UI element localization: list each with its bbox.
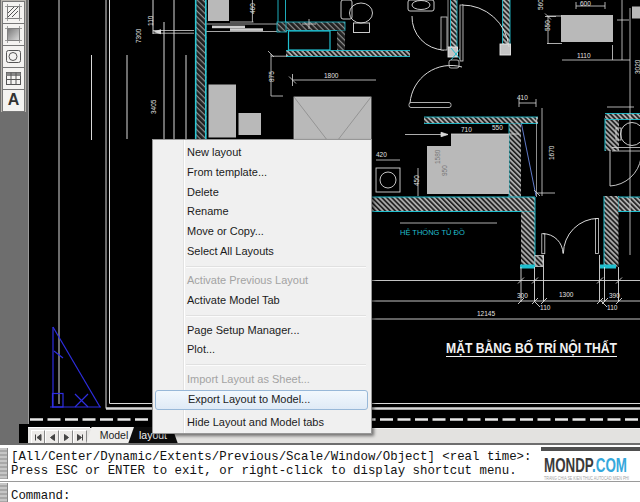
svg-text:950: 950	[441, 165, 448, 176]
svg-text:HỆ THỐNG TỦ ĐỒ: HỆ THỐNG TỦ ĐỒ	[400, 227, 465, 237]
svg-text:460: 460	[249, 3, 256, 14]
svg-text:1300: 1300	[559, 291, 574, 298]
svg-text:410: 410	[517, 94, 528, 101]
svg-text:MONDP.COM: MONDP.COM	[544, 453, 627, 476]
svg-text:1110: 1110	[577, 52, 591, 59]
svg-text:420: 420	[376, 151, 387, 158]
svg-text:600: 600	[580, 0, 591, 7]
svg-text:110: 110	[147, 15, 154, 26]
svg-text:MẶT BẰNG BỐ TRÍ NỘI THẤT: MẶT BẰNG BỐ TRÍ NỘI THẤT	[446, 339, 617, 356]
svg-text:550: 550	[544, 20, 551, 31]
svg-text:300: 300	[517, 292, 528, 299]
svg-text:875: 875	[268, 71, 275, 82]
svg-text:12145: 12145	[477, 310, 495, 317]
svg-text:110: 110	[540, 304, 551, 311]
svg-text:7300: 7300	[135, 28, 142, 43]
svg-text:450: 450	[413, 175, 420, 186]
svg-text:550: 550	[492, 124, 503, 131]
svg-text:1800: 1800	[324, 72, 339, 79]
svg-text:3405: 3405	[150, 99, 157, 114]
svg-text:390: 390	[609, 292, 620, 299]
svg-text:710: 710	[461, 126, 472, 133]
svg-text:560: 560	[537, 0, 544, 10]
svg-text:1580: 1580	[434, 149, 441, 164]
svg-text:3020: 3020	[634, 59, 640, 74]
svg-text:1670: 1670	[548, 145, 555, 160]
svg-text:110: 110	[607, 304, 618, 311]
svg-text:TRANG CHIA SE KIEN THUC AUTOCA: TRANG CHIA SE KIEN THUC AUTOCAD MIEN PHI	[544, 476, 629, 481]
